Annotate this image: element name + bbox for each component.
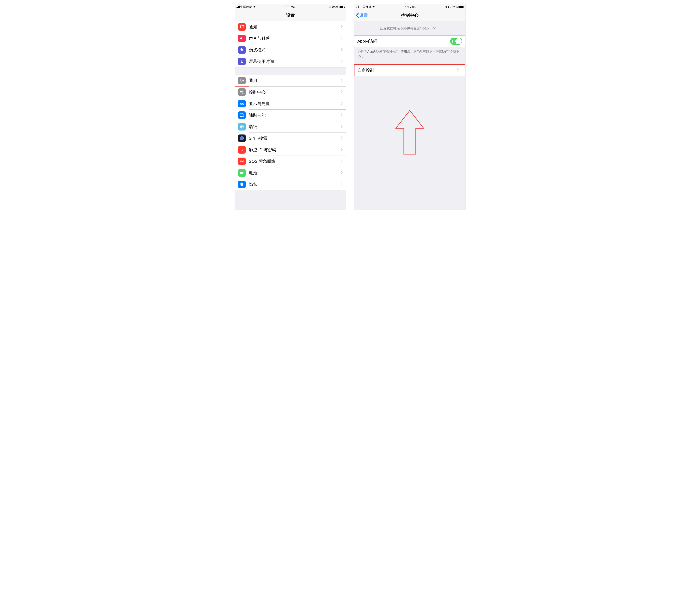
back-label: 设置 [359,12,368,18]
nav-bar: 设置 控制中心 [354,10,465,21]
svg-text:AA: AA [240,102,244,105]
chevron-right-icon [341,59,346,64]
nav-title: 控制中心 [354,12,465,18]
chevron-right-icon [341,101,346,106]
row-label: Siri与搜索 [249,135,341,141]
battery-icon [458,6,464,8]
row-label: 辅助功能 [249,112,341,118]
sos-icon: SOS [238,157,246,165]
general-icon [238,77,246,84]
chevron-right-icon [341,36,346,41]
row-touchid[interactable]: 触控 ID 与密码 [235,144,346,155]
status-bar: 中国移动 下午7:05 92% [354,4,465,10]
sounds-icon [238,34,246,42]
svg-rect-0 [330,7,330,7]
intro-text: 从屏幕底部向上轻扫来显示"控制中心"。 [354,21,465,35]
svg-point-13 [240,136,244,140]
battery-icon [238,169,246,177]
chevron-right-icon [341,78,346,83]
row-dnd[interactable]: 勿扰模式 [235,44,346,56]
nav-bar: 设置 [235,10,346,21]
headphones-icon [448,5,451,8]
row-sounds[interactable]: 声音与触感 [235,33,346,44]
svg-point-10 [242,114,242,115]
row-siri[interactable]: Siri与搜索 [235,132,346,144]
nav-title: 设置 [235,12,346,18]
row-display[interactable]: AA显示与亮度 [235,98,346,109]
row-label: 墙纸 [249,124,341,129]
row-sos[interactable]: SOSSOS 紧急联络 [235,155,346,167]
svg-rect-15 [240,172,243,174]
row-controlcenter[interactable]: 控制中心 [235,86,346,98]
app-access-label: App内访问 [357,39,450,44]
display-icon: AA [238,100,246,107]
row-wallpaper[interactable]: 墙纸 [235,121,346,132]
chevron-right-icon [341,90,346,94]
row-label: 勿扰模式 [249,47,341,53]
customize-controls-row[interactable]: 自定控制 [354,65,465,76]
control-center-screen: 中国移动 下午7:05 92% 设置 控制中心 从屏幕底部向上轻扫来显示"控制中… [354,4,466,210]
svg-point-6 [242,91,244,92]
wifi-icon [253,6,256,8]
svg-point-7 [242,93,244,94]
signal-icon [356,5,359,8]
chevron-left-icon [355,12,359,18]
row-accessibility[interactable]: 辅助功能 [235,109,346,121]
app-access-toggle[interactable] [450,38,462,45]
svg-rect-3 [242,60,243,62]
row-label: 隐私 [249,182,341,187]
row-label: 通知 [249,24,341,30]
battery-pct: 86% [332,5,338,9]
row-label: 电池 [249,170,341,176]
chevron-right-icon [341,136,346,141]
annotation-arrow-up [394,108,426,157]
signal-icon [236,5,240,8]
chevron-right-icon [457,68,462,72]
svg-text:SOS: SOS [240,160,244,162]
dnd-icon [238,46,246,54]
back-button[interactable]: 设置 [354,12,368,18]
row-screentime[interactable]: 屏幕使用时间 [235,56,346,67]
screentime-icon [238,58,246,65]
settings-screen: 中国移动 下午7:43 86% 设置 通知声音与触感勿扰模式屏幕使用时间通用控制… [235,4,346,210]
status-bar: 中国移动 下午7:43 86% [235,4,346,10]
chevron-right-icon [341,25,346,29]
app-access-row[interactable]: App内访问 [354,35,465,47]
app-access-footer: 允许在App内访问"控制中心"。停用后，您仍然可以从主屏幕访问"控制中心"。 [354,47,465,65]
chevron-right-icon [341,148,346,152]
wallpaper-icon [238,123,246,130]
touchid-icon [238,146,246,154]
wifi-icon [372,6,375,8]
accessibility-icon [238,111,246,119]
privacy-icon [238,181,246,188]
row-privacy[interactable]: 隐私 [235,179,346,190]
row-label: SOS 紧急联络 [249,158,341,164]
battery-icon [339,6,344,8]
chevron-right-icon [341,125,346,129]
carrier-label: 中国移动 [360,5,372,9]
row-general[interactable]: 通用 [235,75,346,86]
chevron-right-icon [341,48,346,52]
svg-point-2 [242,25,244,26]
orientation-lock-icon [329,5,331,8]
status-time: 下午7:05 [392,5,428,9]
row-notifications[interactable]: 通知 [235,21,346,33]
status-time: 下午7:43 [272,5,308,9]
svg-rect-5 [240,91,242,93]
row-battery[interactable]: 电池 [235,167,346,179]
chevron-right-icon [341,113,346,117]
svg-point-12 [242,126,242,127]
svg-rect-19 [450,7,450,8]
notifications-icon [238,23,246,31]
orientation-lock-icon [444,5,447,8]
chevron-right-icon [341,171,346,175]
row-label: 通用 [249,78,341,83]
chevron-right-icon [341,182,346,186]
customize-controls-label: 自定控制 [357,68,457,73]
controlcenter-icon [238,88,246,96]
row-label: 触控 ID 与密码 [249,147,341,153]
carrier-label: 中国移动 [240,5,252,9]
chevron-right-icon [341,159,346,164]
svg-rect-16 [244,173,244,173]
row-label: 屏幕使用时间 [249,59,341,64]
